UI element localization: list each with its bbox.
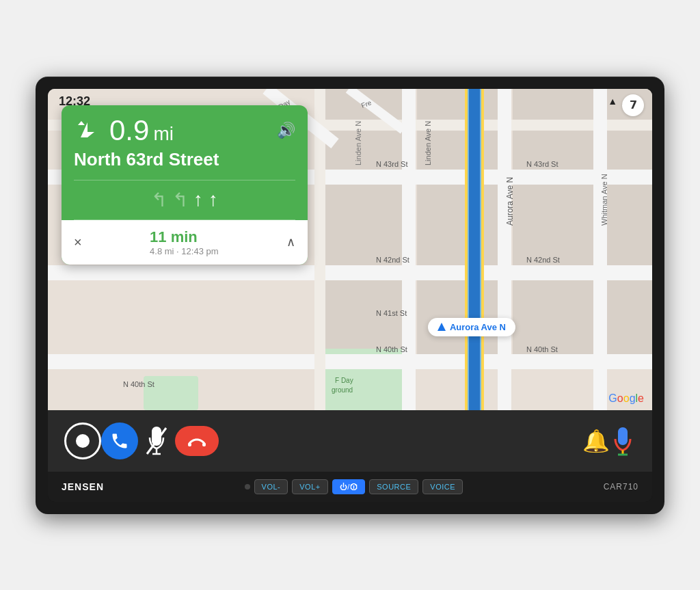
info-bar: JENSEN VOL- VOL+ ⏻/⏼ SOURCE VOICE CAR710 [48,472,652,502]
home-icon [76,434,90,448]
svg-rect-25 [469,89,480,410]
clock: 12:32 [59,94,90,109]
sound-icon[interactable]: 🔊 [277,122,295,139]
bell-button[interactable]: 🔔 [582,428,610,454]
google-logo: Google [608,392,644,405]
nav-card-top: 0.9 mi 🔊 [74,116,295,145]
svg-rect-16 [48,265,652,280]
svg-text:N 41st St: N 41st St [376,309,407,317]
svg-text:Whitman Ave N: Whitman Ave N [600,174,608,226]
bell-icon: 🔔 [582,428,610,454]
model-label: CAR710 [604,482,638,492]
nav-eta-details: 4.8 mi · 12:43 pm [150,246,218,256]
hangup-icon [175,426,219,456]
lane-arrow-1: ↰ [151,189,167,211]
nav-card-bottom: × 11 min 4.8 mi · 12:43 pm ∧ [62,220,308,265]
svg-text:N 40th St: N 40th St [123,380,154,388]
nav-street: North 63rd Street [74,149,295,170]
svg-rect-49 [188,443,191,446]
nav-expand-button[interactable]: ∧ [286,234,295,250]
svg-rect-19 [402,89,416,410]
brand-label: JENSEN [62,481,104,492]
hardware-buttons: VOL- VOL+ ⏻/⏼ SOURCE VOICE [245,479,463,494]
status-bar: 12:32 ▲ ▲ ▭ [59,94,641,109]
nav-lanes: ↰ ↰ ↑ ↑ [74,180,295,220]
wifi-icon: ▲ [608,96,617,107]
lane-arrow-4: ↑ [208,189,218,211]
power-button[interactable]: ⏻/⏼ [332,479,366,494]
svg-rect-50 [202,443,206,446]
svg-rect-21 [593,89,607,410]
hw-dot-1 [245,484,250,490]
voice-button[interactable]: VOICE [422,479,463,494]
nav-card: 0.9 mi 🔊 North 63rd Street ↰ ↰ ↑ ↑ × [62,105,308,265]
location-bubble: Aurora Ave N [428,318,515,336]
nav-unit: mi [153,123,174,145]
svg-rect-8 [513,185,595,267]
turn-icon [74,117,101,144]
svg-text:Aurora Ave N: Aurora Ave N [505,176,515,225]
device-inner: Linden Ave N Aurora Ave N Whitman Ave N … [48,89,652,502]
nav-eta: 11 min 4.8 mi · 12:43 pm [150,228,218,256]
control-bar: 🔔 [48,410,652,472]
bluetooth-button[interactable]: 𝟳 [622,94,644,116]
svg-text:N 40th St: N 40th St [376,345,407,353]
svg-rect-20 [498,89,511,410]
bluetooth-icon: 𝟳 [630,98,637,111]
home-circle [64,423,101,459]
current-street-label: Aurora Ave N [450,322,506,332]
nav-eta-time: 11 min [150,228,218,246]
svg-text:N 43rd St: N 43rd St [376,160,407,168]
svg-text:F Day: F Day [335,377,353,384]
svg-text:N 43rd St: N 43rd St [526,160,558,168]
svg-rect-12 [602,280,652,362]
location-arrow-icon [438,323,446,331]
svg-text:N 40th St: N 40th St [526,345,558,353]
map-screen[interactable]: Linden Ave N Aurora Ave N Whitman Ave N … [48,89,652,410]
svg-text:Linden Ave N: Linden Ave N [354,120,362,165]
svg-rect-11 [602,185,652,267]
svg-text:N 42nd St: N 42nd St [376,256,409,264]
source-button[interactable]: SOURCE [369,479,418,494]
svg-text:N 42nd St: N 42nd St [526,256,560,264]
nav-close-button[interactable]: × [74,234,82,250]
svg-rect-17 [48,354,652,369]
svg-text:ground: ground [332,386,353,394]
lane-arrow-2: ↰ [172,189,188,211]
lane-arrow-3: ↑ [193,189,203,211]
svg-rect-3 [321,185,403,267]
nav-distance: 0.9 [109,116,149,145]
nav-distance-row: 0.9 mi [109,116,277,145]
svg-rect-4 [417,185,499,267]
vol-minus-button[interactable]: VOL- [254,479,288,494]
svg-marker-45 [78,121,85,125]
device: Linden Ave N Aurora Ave N Whitman Ave N … [36,77,664,514]
mute-button[interactable] [138,423,175,459]
phone-icon [101,423,138,459]
vol-plus-button[interactable]: VOL+ [292,479,327,494]
svg-text:Linden Ave N: Linden Ave N [424,120,432,165]
phone-button[interactable] [101,423,138,459]
hangup-button[interactable] [175,426,219,456]
mic-button[interactable] [610,425,636,457]
home-button[interactable] [64,423,101,459]
